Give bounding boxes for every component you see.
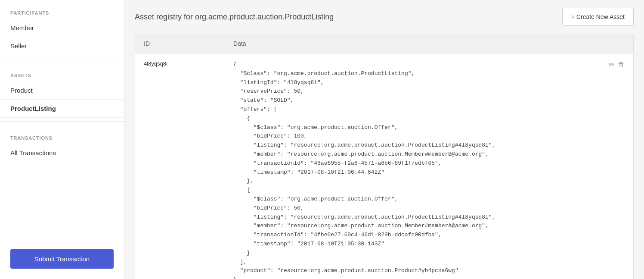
main-content: Asset registry for org.acme.product.auct… (124, 0, 644, 279)
edit-icon[interactable]: ✏ (609, 60, 614, 69)
sidebar: PARTICIPANTS Member Seller ASSETS Produc… (0, 0, 124, 279)
table-row: 4l8yqsq8i { "$class": "org.acme.product.… (135, 53, 634, 279)
asset-actions-cell: ✏ 🗑 (588, 53, 633, 279)
asset-id-cell: 4l8yqsq8i (135, 53, 225, 279)
sidebar-divider-1 (0, 59, 124, 59)
action-icons-container: ✏ 🗑 (597, 60, 625, 69)
table-header-row: ID Data (135, 34, 634, 53)
col-id-header: ID (135, 34, 225, 53)
sidebar-item-all-transactions[interactable]: All Transactions (0, 144, 124, 162)
sidebar-item-seller[interactable]: Seller (0, 37, 124, 55)
transactions-section-label: TRANSACTIONS (0, 125, 124, 144)
main-header: Asset registry for org.acme.product.auct… (124, 0, 644, 34)
asset-table: ID Data 4l8yqsq8i { "$class": "org.acme.… (135, 34, 634, 279)
participants-section-label: PARTICIPANTS (0, 0, 124, 19)
sidebar-divider-2 (0, 121, 124, 122)
sidebar-bottom: Submit Transaction (0, 239, 124, 279)
col-actions-header (588, 34, 633, 53)
delete-icon[interactable]: 🗑 (618, 61, 625, 69)
sidebar-item-product[interactable]: Product (0, 82, 124, 100)
submit-transaction-button[interactable]: Submit Transaction (10, 249, 114, 269)
col-data-header: Data (225, 34, 588, 53)
asset-data-cell: { "$class": "org.acme.product.auction.Pr… (225, 53, 588, 279)
page-title: Asset registry for org.acme.product.auct… (135, 13, 334, 22)
create-new-asset-button[interactable]: + Create New Asset (562, 8, 634, 26)
sidebar-item-product-listing[interactable]: ProductListing (0, 100, 124, 118)
sidebar-item-member[interactable]: Member (0, 19, 124, 37)
assets-section-label: ASSETS (0, 63, 124, 82)
table-container: ID Data 4l8yqsq8i { "$class": "org.acme.… (124, 34, 644, 279)
